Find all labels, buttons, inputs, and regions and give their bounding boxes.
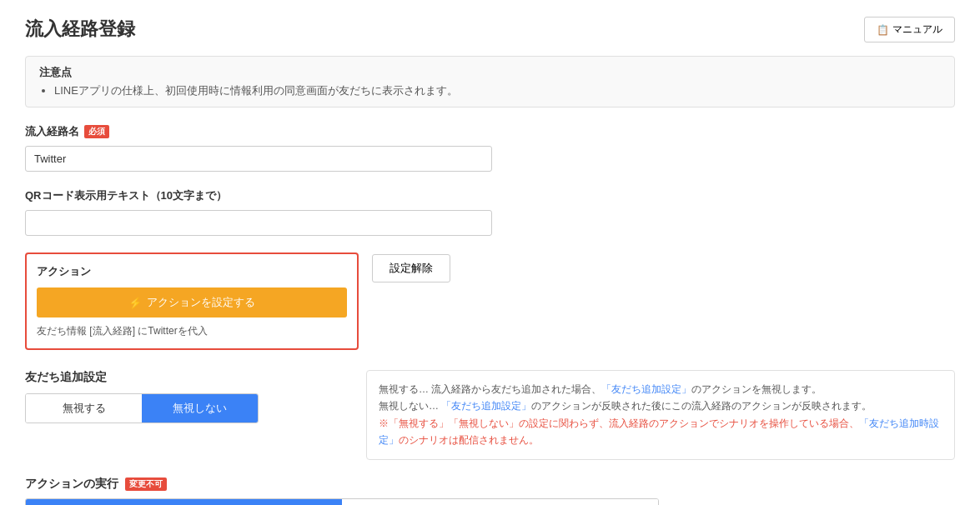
qr-code-input[interactable] (25, 210, 492, 236)
change-badge: 変更不可 (125, 478, 167, 491)
flow-name-input[interactable] (25, 146, 492, 172)
qr-code-group: QRコード表示用テキスト（10文字まで） (25, 188, 955, 236)
action-box: アクション アクションを設定する 友だち情報 [流入経路] にTwitterを代… (25, 252, 359, 350)
flow-name-group: 流入経路名 必須 (25, 124, 955, 172)
notice-title: 注意点 (39, 65, 941, 80)
required-badge: 必須 (84, 125, 109, 138)
action-box-title: アクション (37, 264, 347, 279)
execution-section: アクションの実行 変更不可 いつでも 初回の友だち追加時のみ (25, 477, 955, 505)
book-icon (877, 24, 889, 36)
always-button[interactable]: いつでも (26, 499, 342, 505)
friend-add-toggle-group: 無視する 無視しない (25, 393, 259, 423)
lightning-icon (128, 297, 142, 309)
execution-title: アクションの実行 変更不可 (25, 477, 955, 492)
notice-box: 注意点 LINEアプリの仕様上、初回使用時に情報利用の同意画面が友だちに表示され… (25, 56, 955, 108)
friend-add-title: 友だち追加設定 (25, 370, 346, 385)
action-description: 友だち情報 [流入経路] にTwitterを代入 (37, 324, 347, 338)
qr-code-label: QRコード表示用テキスト（10文字まで） (25, 188, 955, 203)
manual-button[interactable]: マニュアル (864, 17, 955, 42)
notice-list: LINEアプリの仕様上、初回使用時に情報利用の同意画面が友だちに表示されます。 (54, 83, 941, 98)
flow-name-label: 流入経路名 必須 (25, 124, 955, 139)
action-reset-button[interactable]: 設定解除 (372, 254, 450, 282)
not-ignore-button[interactable]: 無視しない (142, 394, 258, 422)
page-title: 流入経路登録 (25, 17, 135, 42)
first-only-button[interactable]: 初回の友だち追加時のみ (342, 499, 658, 505)
friend-add-info: 無視する… 流入経路から友だち追加された場合、「友だち追加設定」のアクションを無… (366, 370, 955, 460)
friend-add-left: 友だち追加設定 無視する 無視しない (25, 370, 346, 460)
ignore-button[interactable]: 無視する (26, 394, 142, 422)
friend-add-section: 友だち追加設定 無視する 無視しない 無視する… 流入経路から友だち追加された場… (25, 370, 955, 460)
action-group: アクション アクションを設定する 友だち情報 [流入経路] にTwitterを代… (25, 252, 955, 350)
execution-toggle-group: いつでも 初回の友だち追加時のみ (25, 498, 659, 505)
notice-item: LINEアプリの仕様上、初回使用時に情報利用の同意画面が友だちに表示されます。 (54, 83, 941, 98)
action-set-button[interactable]: アクションを設定する (37, 288, 347, 318)
